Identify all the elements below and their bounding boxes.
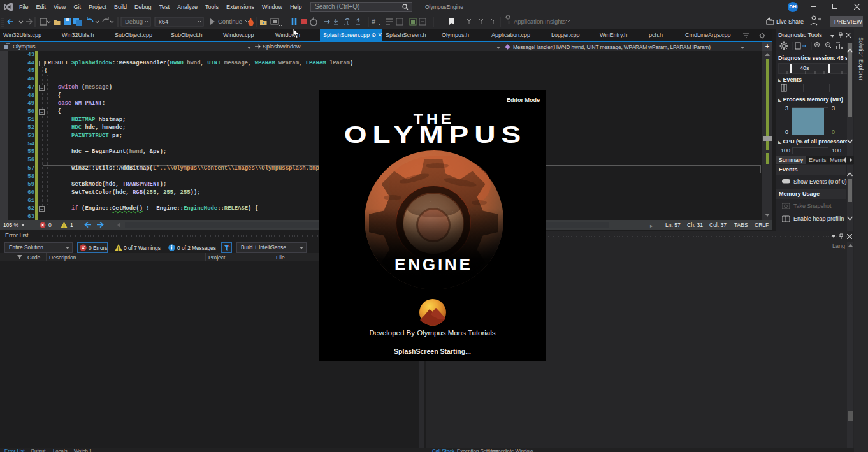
svg-text:Application Insights: Application Insights	[514, 18, 566, 25]
svg-text:#: #	[372, 18, 375, 26]
svg-text:x64: x64	[159, 18, 168, 25]
svg-text:PREVIEW: PREVIEW	[834, 18, 862, 25]
svg-text:Live Share: Live Share	[776, 18, 804, 25]
svg-text:Debug: Debug	[125, 18, 143, 25]
svg-text:Continue: Continue	[218, 18, 242, 25]
